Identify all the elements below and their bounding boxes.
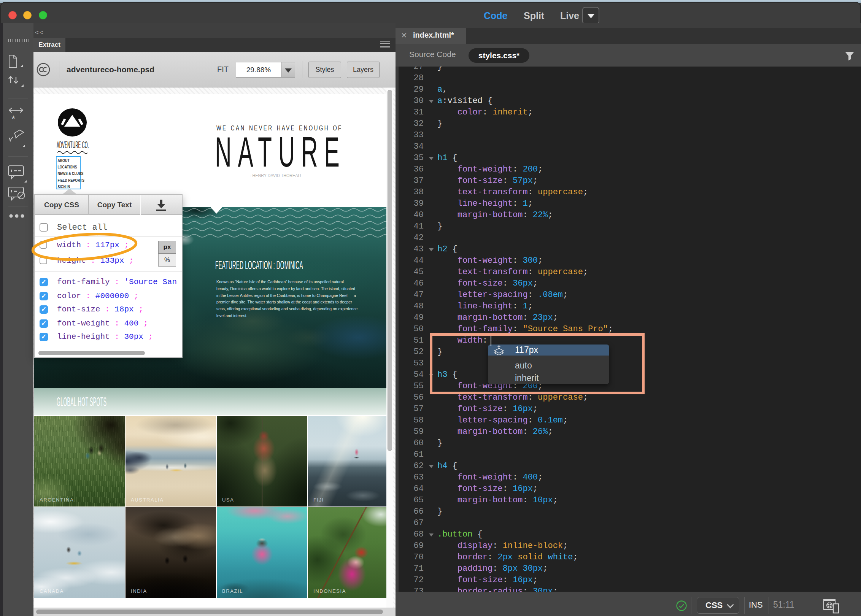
svg-text:*: * xyxy=(11,113,15,125)
